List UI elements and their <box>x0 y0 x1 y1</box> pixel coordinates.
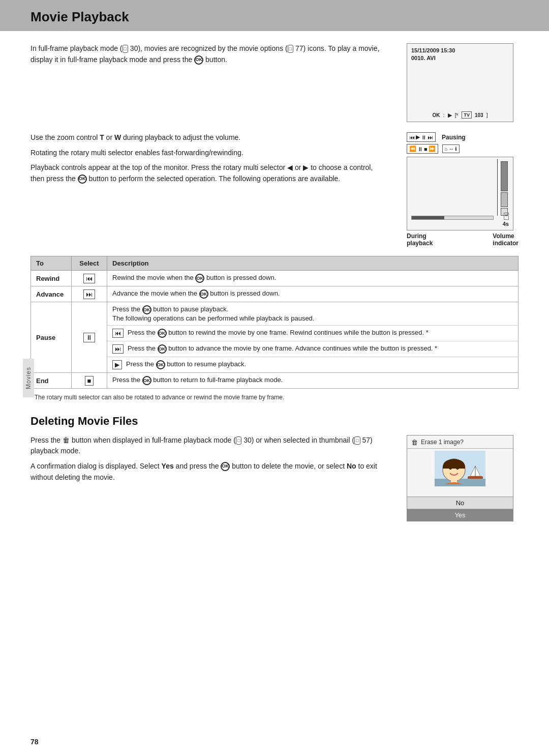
screen-small-icon: ᴺ <box>504 213 509 220</box>
row-desc-advance: Advance the movie when the OK button is … <box>107 286 518 302</box>
erase-dialog: 🗑 Erase 1 image? <box>407 435 513 521</box>
right-controls-box: ⌂ ↔ ℹ <box>442 144 460 153</box>
screen-ok-label: OK <box>433 112 440 118</box>
ctrl-rewind: ⏮ <box>409 134 415 140</box>
row-desc-rewind: Rewind the movie when the OK button is p… <box>107 271 518 286</box>
ctrl3-home: ⌂ <box>445 146 448 152</box>
delete-para2: A confirmation dialog is displayed. Sele… <box>30 461 386 483</box>
row-to-rewind: Rewind <box>31 271 72 286</box>
row-to-end: End <box>31 373 72 389</box>
row-desc-pause-sub2: ⏭ Press the OK button to advance the mov… <box>107 341 518 357</box>
delete-subtitle: Deleting Movie Files <box>30 415 518 428</box>
second-controls-box: ⏪ ⏸ ■ ⏩ <box>407 144 438 154</box>
ctrl-pause: ⏸ <box>421 134 426 140</box>
row-select-rewind: ⏮ <box>72 271 107 286</box>
during-playback-label: During playback <box>407 232 433 247</box>
intro-para3: Rotating the rotary multi selector enabl… <box>30 148 386 159</box>
row-select-end: ■ <box>72 373 107 389</box>
row-select-pause: ⏸ <box>72 302 107 373</box>
table-row: End ■ Press the OK button to return to f… <box>31 373 518 389</box>
pausing-controls-box: ⏮ ▶ ⏸ ⏭ <box>407 132 436 142</box>
table-row: Advance ⏭ Advance the movie when the OK … <box>31 286 518 302</box>
camera-screen-container: 15/11/2009 15:30 0010. AVI OK : ▶ [ᴺ TV … <box>407 43 518 122</box>
ctrl-ffwd: ⏭ <box>428 134 433 140</box>
row-desc-pause-sub1: ⏮ Press the OK button to rewind the movi… <box>107 326 518 341</box>
progress-bar <box>411 216 494 220</box>
erase-dialog-container: 🗑 Erase 1 image? <box>407 435 518 521</box>
ctrl2-ffwd2: ⏩ <box>429 146 436 152</box>
screen-play-icon: ▶ <box>448 112 452 119</box>
col-header-select: Select <box>72 256 107 271</box>
ctrl2-pause2: ⏸ <box>417 146 423 152</box>
table-row: Pause ⏸ Press the OK button to pause pla… <box>31 302 518 326</box>
col-header-description: Description <box>107 256 518 271</box>
tv-icon: TV <box>462 111 472 119</box>
delete-text: Press the 🗑 button when displayed in ful… <box>30 435 386 521</box>
row-desc-pause-main: Press the OK button to pause playback.Th… <box>107 302 518 326</box>
middle-text: Use the zoom control T or W during playb… <box>30 132 386 247</box>
page-title: Movie Playback <box>30 9 129 24</box>
header-bar: Movie Playback <box>0 0 549 31</box>
ctrl2-dot: ■ <box>424 146 428 152</box>
dialog-image-svg <box>435 451 485 486</box>
screen-bottom: OK : ▶ [ᴺ TV 103 ] <box>407 111 513 119</box>
sidebar-label: Movies <box>23 359 34 397</box>
row-desc-pause-sub3: ▶ Press the OK button to resume playback… <box>107 357 518 373</box>
row-to-pause: Pause <box>31 302 72 373</box>
ctrl3-info: ℹ <box>455 146 457 152</box>
time-label: 4s <box>503 221 509 227</box>
table-row: Rewind ⏮ Rewind the movie when the OK bu… <box>31 271 518 286</box>
section-top: In full-frame playback mode (□ 30), movi… <box>30 43 518 122</box>
playback-diagram-container: ⏮ ▶ ⏸ ⏭ Pausing ⏪ ⏸ ■ ⏩ ⌂ ↔ ℹ <box>407 132 518 247</box>
screen-bracket-close: ] <box>486 112 488 118</box>
erase-dialog-title: Erase 1 image? <box>421 439 464 446</box>
ctrl2-rewind: ⏪ <box>409 146 416 152</box>
diagram-area: ᴺ 4s <box>407 157 513 230</box>
footnote: * The rotary multi selector can also be … <box>30 393 518 402</box>
row-select-advance: ⏭ <box>72 286 107 302</box>
delete-section: Deleting Movie Files Press the 🗑 button … <box>30 415 518 521</box>
erase-dialog-top: 🗑 Erase 1 image? <box>407 435 513 447</box>
row-desc-end: Press the OK button to return to full-fr… <box>107 373 518 389</box>
intro-para1: In full-frame playback mode (□ 30), movi… <box>30 43 386 65</box>
camera-screen: 15/11/2009 15:30 0010. AVI OK : ▶ [ᴺ TV … <box>407 43 513 122</box>
erase-yes-button[interactable]: Yes <box>407 509 513 521</box>
pausing-label: Pausing <box>442 134 466 141</box>
screen-bracket-icon: [ᴺ <box>455 112 459 118</box>
delete-para1: Press the 🗑 button when displayed in ful… <box>30 435 386 457</box>
progress-fill <box>412 216 444 219</box>
section-middle: Use the zoom control T or W during playb… <box>30 132 518 247</box>
trash-dialog-icon: 🗑 <box>411 439 418 446</box>
delete-body: Press the 🗑 button when displayed in ful… <box>30 435 518 521</box>
intro-para2: Use the zoom control T or W during playb… <box>30 132 386 143</box>
page-container: In full-frame playback mode (□ 30), movi… <box>0 43 549 542</box>
erase-dialog-buttons: No Yes <box>407 497 513 521</box>
operations-table: To Select Description Rewind ⏮ Rewind th… <box>30 256 518 389</box>
erase-no-button[interactable]: No <box>407 497 513 509</box>
row-to-advance: Advance <box>31 286 72 302</box>
volume-indicator-label: Volume indicator <box>493 232 518 247</box>
screen-frame-num: 103 <box>475 112 483 118</box>
intro-para4: Playback controls appear at the top of t… <box>30 162 386 184</box>
page-number: 78 <box>30 738 39 746</box>
erase-dialog-image <box>407 450 513 488</box>
ctrl-play: ▶ <box>416 134 420 140</box>
intro-text: In full-frame playback mode (□ 30), movi… <box>30 43 386 122</box>
screen-date: 15/11/2009 15:30 0010. AVI <box>411 47 509 63</box>
col-header-to: To <box>31 256 72 271</box>
